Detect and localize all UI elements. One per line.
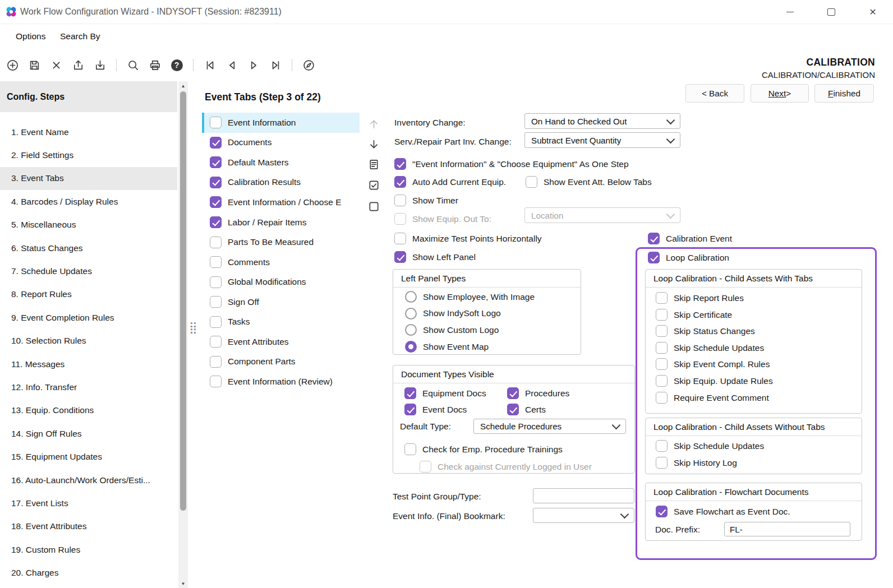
- scroll-down-icon[interactable]: ▼: [178, 579, 188, 588]
- event-tab-global-modifications[interactable]: Global Modifications: [202, 272, 360, 292]
- checkbox-check-against-logged-in-user[interactable]: Check against Currently Logged in User: [420, 460, 592, 474]
- serv-repair-select[interactable]: Subtract Event Quantity: [524, 132, 680, 148]
- checkbox-icon[interactable]: [507, 387, 519, 399]
- checkbox-show-left-panel[interactable]: Show Left Panel: [394, 250, 476, 264]
- checkbox-skip-history-log[interactable]: Skip History Log: [656, 456, 737, 470]
- checkbox-icon[interactable]: [656, 292, 668, 304]
- tab-details-button[interactable]: [366, 157, 381, 172]
- sidebar-item-event-name[interactable]: 1. Event Name: [0, 121, 177, 143]
- checkbox-show-equip-out-to[interactable]: Show Equip. Out To:: [394, 212, 491, 226]
- checkbox-loop-calibration[interactable]: Loop Calibration: [648, 251, 729, 265]
- checkbox-icon[interactable]: [526, 176, 537, 188]
- checkbox-icon[interactable]: [404, 404, 416, 415]
- minimize-button[interactable]: [777, 0, 803, 24]
- sidebar-item-miscellaneous[interactable]: 5. Miscellaneous: [0, 214, 177, 237]
- checkbox-skip-status-changes[interactable]: Skip Status Changes: [656, 324, 755, 338]
- sidebar-item-field-settings[interactable]: 2. Field Settings: [0, 143, 177, 166]
- checkbox-icon[interactable]: [648, 252, 660, 263]
- add-button[interactable]: [5, 58, 20, 72]
- checkbox-show-event-att-below-tabs[interactable]: Show Event Att. Below Tabs: [526, 175, 652, 189]
- splitter-grip[interactable]: ⣿: [189, 322, 197, 333]
- event-tab-labor-repair-items[interactable]: Labor / Repair Items: [202, 212, 360, 233]
- close-button[interactable]: ✕: [860, 0, 886, 24]
- scroll-up-icon[interactable]: ▲: [178, 81, 188, 90]
- checkbox-icon[interactable]: [404, 443, 416, 455]
- radio-icon[interactable]: [405, 291, 417, 303]
- sidebar-item-selection-rules[interactable]: 10. Selection Rules: [0, 330, 177, 353]
- event-tab-event-attributes[interactable]: Event Attributes: [202, 332, 360, 352]
- checkbox-check-emp-procedure-trainings[interactable]: Check for Emp. Procedure Trainings: [404, 442, 563, 456]
- sidebar-item-event-completion-rules[interactable]: 9. Event Completion Rules: [0, 306, 177, 329]
- radio-icon[interactable]: [405, 308, 417, 320]
- checkbox-equipment-docs[interactable]: Equipment Docs: [404, 386, 486, 400]
- checkbox-icon[interactable]: [210, 376, 222, 387]
- first-record-button[interactable]: [202, 58, 217, 72]
- menu-options[interactable]: Options: [16, 31, 45, 41]
- export-button[interactable]: [71, 58, 85, 72]
- checkbox-require-event-comment[interactable]: Require Event Comment: [656, 391, 769, 405]
- radio-icon[interactable]: [405, 324, 417, 336]
- event-tab-event-information-review[interactable]: Event Information (Review): [202, 372, 360, 392]
- checkbox-calibration-event[interactable]: Calibration Event: [648, 232, 732, 246]
- checkbox-icon[interactable]: [210, 336, 222, 348]
- back-button[interactable]: < Back: [685, 84, 744, 103]
- checkbox-show-timer[interactable]: Show Timer: [394, 193, 458, 207]
- delete-button[interactable]: [49, 58, 63, 72]
- sidebar-item-messages[interactable]: 11. Messages: [0, 353, 177, 376]
- sidebar-item-status-changes[interactable]: 6. Status Changes: [0, 237, 177, 260]
- sidebar-item-event-lists[interactable]: 17. Event Lists: [0, 492, 177, 515]
- radio-show-custom-logo[interactable]: Show Custom Logo: [393, 322, 581, 339]
- maximize-button[interactable]: [818, 0, 844, 24]
- navigate-button[interactable]: [301, 58, 316, 72]
- event-tab-component-parts[interactable]: Component Parts: [202, 352, 360, 372]
- next-button[interactable]: Next >: [751, 84, 809, 103]
- checkbox-icon[interactable]: [210, 356, 222, 368]
- doc-prefix-input[interactable]: [724, 522, 850, 536]
- checkbox-icon[interactable]: [656, 457, 668, 469]
- event-tab-event-info-choose-equip[interactable]: Event Information / Choose E: [202, 192, 360, 212]
- check-all-button[interactable]: [366, 178, 381, 192]
- checkbox-icon[interactable]: [210, 117, 222, 128]
- finished-button[interactable]: Finished: [814, 84, 874, 103]
- bookmark-select[interactable]: [533, 508, 634, 523]
- previous-record-button[interactable]: [224, 58, 239, 72]
- uncheck-all-button[interactable]: [366, 199, 381, 214]
- import-button[interactable]: [93, 58, 107, 72]
- scrollbar-thumb[interactable]: [180, 91, 186, 511]
- sidebar-item-event-tabs[interactable]: 3. Event Tabs: [0, 167, 177, 190]
- sidebar-item-event-attributes[interactable]: 18. Event Attributes: [0, 515, 177, 538]
- checkbox-skip-equip-update-rules[interactable]: Skip Equip. Update Rules: [656, 374, 773, 388]
- checkbox-skip-certificate[interactable]: Skip Certificate: [656, 308, 732, 322]
- checkbox-icon[interactable]: [210, 137, 222, 149]
- checkbox-icon[interactable]: [210, 256, 222, 268]
- event-tab-sign-off[interactable]: Sign Off: [202, 292, 360, 312]
- checkbox-save-flowchart-event-doc[interactable]: Save Flowchart as Event Doc.: [656, 504, 790, 518]
- checkbox-icon[interactable]: [656, 309, 668, 321]
- event-tab-parts-to-be-measured[interactable]: Parts To Be Measured: [202, 232, 360, 252]
- checkbox-maximize-test-points[interactable]: Maximize Test Points Horizontally: [394, 232, 542, 246]
- event-tab-event-information[interactable]: Event Information: [202, 113, 360, 133]
- checkbox-icon[interactable]: [648, 233, 660, 244]
- checkbox-icon[interactable]: [210, 196, 222, 208]
- checkbox-icon[interactable]: [420, 461, 431, 473]
- checkbox-icon[interactable]: [210, 237, 222, 248]
- save-button[interactable]: [27, 58, 42, 72]
- sidebar-item-auto-launch[interactable]: 16. Auto-Launch/Work Orders/Esti...: [0, 469, 177, 492]
- checkbox-icon[interactable]: [394, 233, 406, 244]
- checkbox-icon[interactable]: [210, 276, 222, 288]
- sidebar-item-equip-conditions[interactable]: 13. Equip. Conditions: [0, 399, 177, 422]
- checkbox-icon[interactable]: [656, 325, 668, 337]
- checkbox-procedures[interactable]: Procedures: [507, 386, 569, 400]
- checkbox-event-docs[interactable]: Event Docs: [404, 402, 467, 416]
- sidebar-item-info-transfer[interactable]: 12. Info. Transfer: [0, 376, 177, 399]
- checkbox-icon[interactable]: [656, 392, 668, 404]
- checkbox-icon[interactable]: [656, 342, 668, 354]
- sidebar-scrollbar[interactable]: ▲ ▼: [178, 81, 188, 588]
- sidebar-item-sign-off-rules[interactable]: 14. Sign Off Rules: [0, 422, 177, 445]
- event-tab-default-masters[interactable]: Default Masters: [202, 152, 360, 173]
- checkbox-icon[interactable]: [656, 440, 668, 452]
- checkbox-icon[interactable]: [210, 177, 222, 188]
- checkbox-icon[interactable]: [394, 251, 406, 263]
- checkbox-skip-event-compl-rules[interactable]: Skip Event Compl. Rules: [656, 357, 770, 371]
- sidebar-item-schedule-updates[interactable]: 7. Schedule Updates: [0, 260, 177, 283]
